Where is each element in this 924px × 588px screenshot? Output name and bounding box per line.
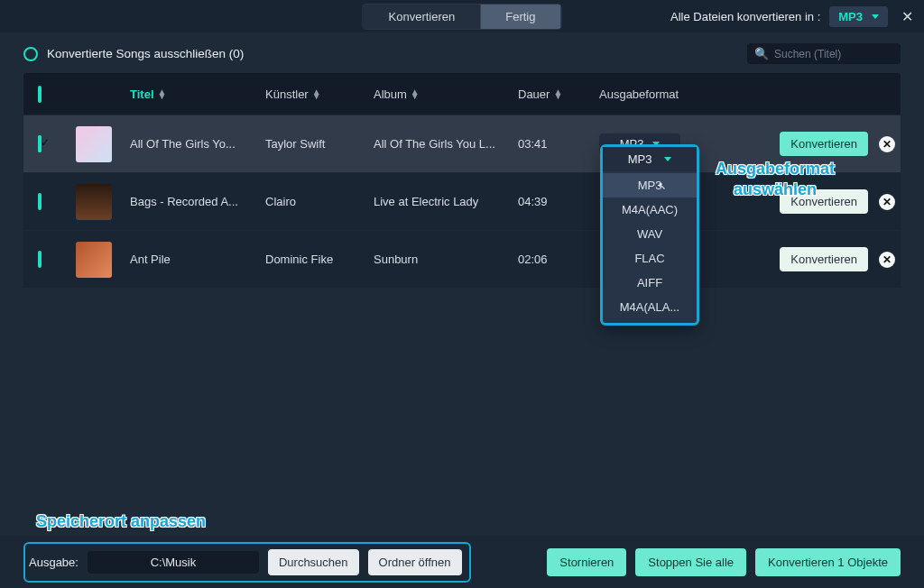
cell-album: Sunburn [374, 253, 518, 266]
open-folder-button[interactable]: Ordner öffnen [368, 549, 462, 575]
row-convert-button[interactable]: Konvertieren [780, 247, 868, 271]
col-title[interactable]: Titel▲▼ [130, 87, 265, 101]
col-artist[interactable]: Künstler▲▼ [265, 87, 374, 101]
cell-album: Live at Electric Lady [374, 195, 518, 208]
col-duration[interactable]: Dauer▲▼ [518, 87, 599, 101]
cell-title: All Of The Girls Yo... [130, 137, 265, 151]
table-row[interactable]: All Of The Girls Yo... Taylor Swift All … [23, 115, 901, 172]
format-option[interactable]: MP3↖ [603, 173, 697, 198]
sort-icon: ▲▼ [553, 89, 562, 98]
cell-artist: Taylor Swift [265, 137, 374, 151]
row-checkbox[interactable] [38, 251, 42, 268]
cell-artist: Dominic Fike [265, 253, 374, 266]
format-option[interactable]: M4A(AAC) [603, 198, 697, 222]
global-format-select[interactable]: MP3 [829, 6, 888, 27]
cell-duration: 04:39 [518, 195, 599, 208]
row-convert-button[interactable]: Konvertieren [780, 189, 868, 214]
close-icon[interactable]: ✕ [897, 6, 917, 26]
cell-album: All Of The Girls You L... [374, 137, 518, 151]
row-checkbox[interactable] [38, 193, 42, 210]
row-remove-icon[interactable]: ✕ [879, 136, 895, 152]
album-art [76, 184, 112, 220]
chevron-down-icon [872, 14, 879, 19]
format-dropdown-head[interactable]: MP3 [603, 147, 697, 171]
chevron-down-icon [664, 157, 671, 161]
cell-title: Ant Pile [130, 253, 265, 266]
search-input[interactable] [774, 48, 893, 60]
search-box[interactable]: 🔍 [747, 43, 901, 64]
song-table: Titel▲▼ Künstler▲▼ Album▲▼ Dauer▲▼ Ausga… [23, 73, 901, 288]
output-path-input[interactable]: C:\Musik [88, 551, 259, 574]
exclude-label: Konvertierte Songs ausschließen (0) [47, 47, 244, 60]
cancel-button[interactable]: Stornieren [547, 548, 626, 576]
convert-n-button[interactable]: Konvertieren 1 Objekte [755, 548, 901, 576]
global-format-value: MP3 [838, 10, 863, 23]
bottom-bar: Ausgabe: C:\Musik Durchsuchen Ordner öff… [0, 536, 924, 588]
sort-icon: ▲▼ [411, 89, 420, 98]
convert-all-label: Alle Dateien konvertieren in : [670, 10, 820, 23]
callout-path: Speicherort anpassen [36, 512, 206, 531]
sub-bar: Konvertierte Songs ausschließen (0) 🔍 [0, 32, 924, 73]
exclude-toggle[interactable] [23, 47, 38, 61]
tab-convert[interactable]: Konvertieren [364, 5, 481, 29]
row-convert-button[interactable]: Konvertieren [780, 132, 868, 156]
tab-done[interactable]: Fertig [480, 5, 560, 29]
table-row[interactable]: Bags - Recorded A... Clairo Live at Elec… [23, 172, 901, 230]
col-output: Ausgabeformat [599, 87, 780, 101]
format-option[interactable]: WAV [603, 222, 697, 246]
format-option[interactable]: M4A(ALA... [603, 295, 697, 319]
row-remove-icon[interactable]: ✕ [879, 252, 895, 268]
format-option[interactable]: AIFF [603, 271, 697, 295]
col-album[interactable]: Album▲▼ [374, 87, 518, 101]
table-header: Titel▲▼ Künstler▲▼ Album▲▼ Dauer▲▼ Ausga… [23, 73, 901, 115]
cell-title: Bags - Recorded A... [130, 195, 265, 208]
format-dropdown-open: MP3 MP3↖ M4A(AAC) WAV FLAC AIFF M4A(ALA.… [600, 144, 699, 326]
output-group: Ausgabe: C:\Musik Durchsuchen Ordner öff… [23, 542, 471, 583]
sort-icon: ▲▼ [312, 89, 321, 98]
output-label: Ausgabe: [25, 556, 79, 569]
cursor-icon: ↖ [658, 180, 666, 192]
row-remove-icon[interactable]: ✕ [879, 194, 895, 210]
album-art [76, 126, 112, 162]
sort-icon: ▲▼ [158, 89, 167, 98]
search-icon: 🔍 [754, 47, 769, 60]
top-bar: Konvertieren Fertig Alle Dateien konvert… [0, 0, 924, 32]
cell-duration: 03:41 [518, 137, 599, 151]
cell-artist: Clairo [265, 195, 374, 208]
table-row[interactable]: Ant Pile Dominic Fike Sunburn 02:06 Konv… [23, 230, 901, 288]
browse-button[interactable]: Durchsuchen [268, 549, 359, 575]
select-all-checkbox[interactable] [38, 86, 42, 103]
row-checkbox[interactable] [38, 135, 42, 152]
tab-group: Konvertieren Fertig [363, 4, 562, 30]
stop-all-button[interactable]: Stoppen Sie alle [635, 548, 746, 576]
format-option[interactable]: FLAC [603, 246, 697, 271]
album-art [76, 242, 112, 278]
cell-duration: 02:06 [518, 253, 599, 266]
